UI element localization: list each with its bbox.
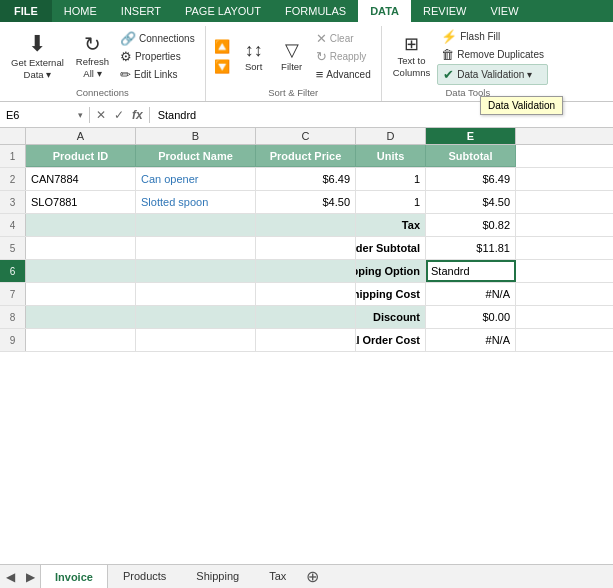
properties-button[interactable]: ⚙ Properties — [116, 48, 199, 65]
sheet-tab-shipping[interactable]: Shipping — [181, 565, 254, 589]
tab-file[interactable]: FILE — [0, 0, 52, 22]
cell-a2[interactable]: CAN7884 — [26, 168, 136, 190]
refresh-all-button[interactable]: ↻ RefreshAll ▾ — [71, 32, 114, 81]
cell-b2[interactable]: Can opener — [136, 168, 256, 190]
cell-c8[interactable] — [256, 306, 356, 328]
cell-c6[interactable] — [256, 260, 356, 282]
cell-c5[interactable] — [256, 237, 356, 259]
col-header-a[interactable]: A — [26, 128, 136, 144]
connections-button[interactable]: 🔗 Connections — [116, 30, 199, 47]
formula-input[interactable]: Standrd — [150, 107, 613, 123]
sort-label: Sort — [245, 61, 262, 72]
cell-d4[interactable]: Tax — [356, 214, 426, 236]
refresh-label: RefreshAll ▾ — [76, 56, 109, 79]
text-to-columns-button[interactable]: ⊞ Text toColumns — [388, 33, 436, 80]
add-sheet-button[interactable]: ⊕ — [301, 566, 323, 588]
cell-e7[interactable]: #N/A — [426, 283, 516, 305]
sort-az-button[interactable]: 🔼 — [212, 37, 232, 56]
tab-insert[interactable]: INSERT — [109, 0, 173, 22]
cancel-icon[interactable]: ✕ — [94, 107, 108, 123]
connections-group-label: Connections — [6, 85, 199, 101]
cell-c4[interactable] — [256, 214, 356, 236]
confirm-icon[interactable]: ✓ — [112, 107, 126, 123]
tab-view[interactable]: VIEW — [478, 0, 530, 22]
cell-d5[interactable]: Order Subtotal — [356, 237, 426, 259]
col-header-d[interactable]: D — [356, 128, 426, 144]
cell-b9[interactable] — [136, 329, 256, 351]
col-header-b[interactable]: B — [136, 128, 256, 144]
row-num: 7 — [0, 283, 26, 305]
cell-b6[interactable] — [136, 260, 256, 282]
cell-c1[interactable]: Product Price — [256, 145, 356, 167]
tab-home[interactable]: HOME — [52, 0, 109, 22]
sheet-tab-products[interactable]: Products — [108, 565, 181, 589]
cell-a1[interactable]: Product ID — [26, 145, 136, 167]
cell-a5[interactable] — [26, 237, 136, 259]
cell-d3[interactable]: 1 — [356, 191, 426, 213]
cell-e2[interactable]: $6.49 — [426, 168, 516, 190]
cell-a6[interactable] — [26, 260, 136, 282]
cell-e6[interactable]: Standrd — [426, 260, 516, 282]
col-header-c[interactable]: C — [256, 128, 356, 144]
tab-formulas[interactable]: FORMULAS — [273, 0, 358, 22]
cell-b5[interactable] — [136, 237, 256, 259]
cell-b4[interactable] — [136, 214, 256, 236]
get-external-data-button[interactable]: ⬇ Get ExternalData ▾ — [6, 31, 69, 82]
cell-b8[interactable] — [136, 306, 256, 328]
flash-fill-button[interactable]: ⚡ Flash Fill — [437, 28, 548, 45]
row-num: 9 — [0, 329, 26, 351]
cell-d7[interactable]: Shipping Cost — [356, 283, 426, 305]
cell-a3[interactable]: SLO7881 — [26, 191, 136, 213]
cell-a8[interactable] — [26, 306, 136, 328]
get-external-data-icon: ⬇ — [28, 33, 46, 55]
reapply-button[interactable]: ↻ Reapply — [312, 48, 375, 65]
cell-reference-box[interactable]: E6 ▾ — [0, 107, 90, 123]
tab-page-layout[interactable]: PAGE LAYOUT — [173, 0, 273, 22]
fx-icon[interactable]: fx — [130, 107, 145, 123]
edit-links-button[interactable]: ✏ Edit Links — [116, 66, 199, 83]
advanced-button[interactable]: ≡ Advanced — [312, 66, 375, 83]
cell-a7[interactable] — [26, 283, 136, 305]
data-validation-button[interactable]: ✔ Data Validation ▾ — [437, 64, 548, 85]
table-row: 5 Order Subtotal $11.81 — [0, 237, 613, 260]
cell-e5[interactable]: $11.81 — [426, 237, 516, 259]
cell-a9[interactable] — [26, 329, 136, 351]
sort-za-button[interactable]: 🔽 — [212, 57, 232, 76]
clear-button[interactable]: ✕ Clear — [312, 30, 375, 47]
sort-button[interactable]: ↕↕ Sort — [236, 39, 272, 74]
filter-button[interactable]: ▽ Filter — [274, 39, 310, 74]
cell-e1[interactable]: Subtotal — [426, 145, 516, 167]
remove-duplicates-button[interactable]: 🗑 Remove Duplicates — [437, 46, 548, 63]
cell-b7[interactable] — [136, 283, 256, 305]
cell-d6[interactable]: Shipping Option — [356, 260, 426, 282]
cell-b3[interactable]: Slotted spoon — [136, 191, 256, 213]
cell-e3[interactable]: $4.50 — [426, 191, 516, 213]
cell-ref-dropdown-icon[interactable]: ▾ — [78, 110, 83, 120]
cell-d1[interactable]: Units — [356, 145, 426, 167]
cell-c2[interactable]: $6.49 — [256, 168, 356, 190]
tab-data[interactable]: DATA — [358, 0, 411, 22]
formula-bar: E6 ▾ ✕ ✓ fx Standrd — [0, 102, 613, 128]
tab-nav-prev[interactable]: ◀ — [0, 567, 20, 587]
cell-c9[interactable] — [256, 329, 356, 351]
tab-review[interactable]: REVIEW — [411, 0, 478, 22]
row-num: 4 — [0, 214, 26, 236]
sheet-tab-tax[interactable]: Tax — [254, 565, 301, 589]
properties-label: Properties — [135, 51, 181, 62]
col-header-e[interactable]: E — [426, 128, 516, 144]
sheet-tab-invoice[interactable]: Invoice — [40, 565, 108, 589]
cell-e9[interactable]: #N/A — [426, 329, 516, 351]
cell-c3[interactable]: $4.50 — [256, 191, 356, 213]
reapply-icon: ↻ — [316, 49, 327, 64]
cell-d9[interactable]: Total Order Cost — [356, 329, 426, 351]
cell-e8[interactable]: $0.00 — [426, 306, 516, 328]
col-headers-row: A B C D E — [0, 128, 613, 145]
cell-b1[interactable]: Product Name — [136, 145, 256, 167]
connections-icon: 🔗 — [120, 31, 136, 46]
cell-a4[interactable] — [26, 214, 136, 236]
cell-e4[interactable]: $0.82 — [426, 214, 516, 236]
cell-c7[interactable] — [256, 283, 356, 305]
tab-nav-next[interactable]: ▶ — [20, 567, 40, 587]
cell-d2[interactable]: 1 — [356, 168, 426, 190]
cell-d8[interactable]: Discount — [356, 306, 426, 328]
